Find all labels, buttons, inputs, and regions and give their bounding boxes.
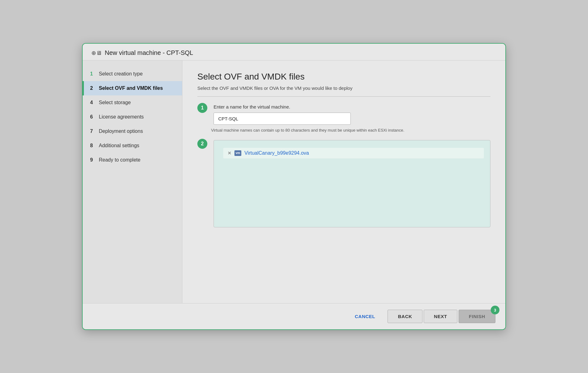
sidebar-label-9: Ready to complete [99, 157, 140, 163]
vm-name-input[interactable] [214, 113, 351, 125]
cancel-button[interactable]: CANCEL [345, 310, 385, 323]
sidebar: 1 Select creation type 2 Select OVF and … [83, 61, 182, 303]
title-bar: ⊕🖥 New virtual machine - CPT-SQL [83, 44, 505, 61]
step-num-6: 6 [90, 114, 96, 120]
finish-step-badge: 3 [491, 306, 499, 314]
sidebar-item-ready[interactable]: 9 Ready to complete [83, 153, 182, 167]
sidebar-label-1: Select creation type [99, 71, 143, 77]
step-badge-1: 1 [197, 103, 207, 113]
vm-window-icon: ⊕🖥 [91, 50, 102, 56]
dialog: ⊕🖥 New virtual machine - CPT-SQL 1 Selec… [82, 43, 506, 330]
finish-label: FINISH [469, 314, 485, 319]
step-badge-2: 2 [197, 139, 207, 149]
file-entry: ✕ vm VirtualCanary_b99e9294.ova [223, 148, 484, 158]
main-content: 1 Select creation type 2 Select OVF and … [83, 61, 505, 303]
sidebar-item-select-storage[interactable]: 4 Select storage [83, 95, 182, 110]
finish-button[interactable]: FINISH 3 [459, 310, 495, 323]
back-button[interactable]: BACK [388, 310, 422, 323]
step-num-1: 1 [90, 71, 96, 77]
step-num-4: 4 [90, 100, 96, 105]
sidebar-item-select-creation-type[interactable]: 1 Select creation type [83, 67, 182, 81]
step-num-2: 2 [90, 85, 96, 91]
content-area: Select OVF and VMDK files Select the OVF… [182, 61, 505, 303]
step-num-7: 7 [90, 128, 96, 134]
file-name-label: VirtualCanary_b99e9294.ova [244, 150, 309, 156]
sidebar-item-license[interactable]: 6 License agreements [83, 110, 182, 124]
dialog-title: New virtual machine - CPT-SQL [105, 49, 193, 56]
sidebar-label-4: Select storage [99, 100, 131, 105]
file-drop-area[interactable]: ✕ vm VirtualCanary_b99e9294.ova [214, 140, 490, 227]
sidebar-item-additional-settings[interactable]: 8 Additional settings [83, 138, 182, 153]
next-button[interactable]: NEXT [424, 310, 457, 323]
footer: CANCEL BACK NEXT FINISH 3 [83, 303, 505, 329]
sidebar-label-6: License agreements [99, 114, 144, 120]
step-num-8: 8 [90, 143, 96, 148]
page-subtitle: Select the OVF and VMDK files or OVA for… [197, 85, 490, 97]
step-num-9: 9 [90, 157, 96, 163]
page-title: Select OVF and VMDK files [197, 72, 490, 82]
sidebar-item-deployment[interactable]: 7 Deployment options [83, 124, 182, 138]
sidebar-label-7: Deployment options [99, 128, 143, 134]
file-remove-button[interactable]: ✕ [228, 151, 231, 156]
name-field-label: Enter a name for the virtual machine. [214, 104, 490, 109]
vm-file-icon: vm [234, 150, 241, 156]
sidebar-label-8: Additional settings [99, 143, 139, 148]
name-hint: Virtual machine names can contain up to … [211, 128, 490, 133]
sidebar-item-select-ovf[interactable]: 2 Select OVF and VMDK files [83, 81, 182, 95]
sidebar-label-2: Select OVF and VMDK files [99, 85, 163, 91]
